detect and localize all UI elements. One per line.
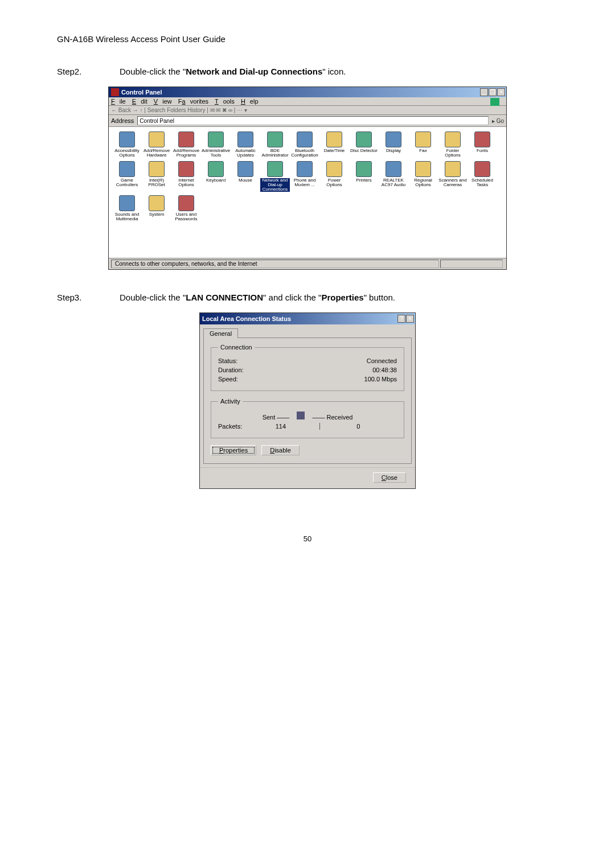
menu-tools[interactable]: Tools bbox=[215, 98, 235, 105]
cp-icon bbox=[297, 131, 313, 147]
cp-item-disc-detector[interactable]: Disc Detector bbox=[349, 131, 379, 158]
minimize-button[interactable]: _ bbox=[480, 88, 488, 96]
go-button[interactable]: ▸ Go bbox=[492, 118, 504, 124]
menu-view[interactable]: View bbox=[154, 98, 172, 105]
cp-icon bbox=[178, 161, 194, 177]
cp-item-accessibility-options[interactable]: Accessibility Options bbox=[112, 131, 142, 158]
help-button[interactable]: ? bbox=[397, 315, 405, 323]
cp-icon bbox=[415, 161, 431, 177]
cp-item-keyboard[interactable]: Keyboard bbox=[201, 161, 231, 192]
cp-item-administrative-tools[interactable]: Administrative Tools bbox=[201, 131, 231, 158]
menu-file[interactable]: FFileile bbox=[111, 98, 126, 105]
tab-strip: General bbox=[200, 324, 415, 338]
window-title: Control Panel bbox=[121, 89, 162, 96]
cp-label: Regional Options bbox=[408, 178, 438, 187]
dialog-footer: Close bbox=[200, 467, 415, 488]
cp-item-bluetooth-configuration[interactable]: Bluetooth Configuration bbox=[290, 131, 319, 158]
cp-item-printers[interactable]: Printers bbox=[349, 161, 379, 192]
control-panel-icon bbox=[111, 88, 119, 96]
status-label: Status: bbox=[218, 357, 237, 364]
cp-item-system[interactable]: System bbox=[142, 195, 171, 221]
status-right bbox=[440, 260, 503, 268]
cp-item-scanners-and-cameras[interactable]: Scanners and Cameras bbox=[438, 161, 468, 192]
status-bar: Connects to other computers, networks, a… bbox=[109, 258, 506, 269]
cp-label: Phone and Modem ... bbox=[290, 178, 319, 187]
close-dialog-button[interactable]: Close bbox=[373, 472, 406, 483]
menu-help[interactable]: Help bbox=[241, 98, 259, 105]
tab-general[interactable]: General bbox=[203, 328, 238, 338]
cp-icon bbox=[445, 131, 461, 147]
menu-edit[interactable]: Edit bbox=[132, 98, 147, 105]
cp-icon bbox=[356, 131, 372, 147]
cp-item-bde-administrator[interactable]: BDE Administrator bbox=[260, 131, 290, 158]
titlebar[interactable]: Control Panel _ ❐ × bbox=[109, 87, 506, 97]
cp-item-date-time[interactable]: Date/Time bbox=[319, 131, 349, 158]
maximize-button[interactable]: ❐ bbox=[489, 88, 497, 96]
cp-icon bbox=[208, 161, 224, 177]
cp-item-fax[interactable]: Fax bbox=[408, 131, 438, 158]
speed-value: 100.0 Mbps bbox=[364, 376, 397, 382]
packets-sent: 114 bbox=[242, 423, 319, 430]
menu-bar[interactable]: FFileile Edit View Favorites Tools Help bbox=[109, 97, 506, 106]
cp-item-game-controllers[interactable]: Game Controllers bbox=[112, 161, 142, 192]
disable-button[interactable]: Disable bbox=[261, 445, 300, 455]
properties-button[interactable]: PPropertiesroperties bbox=[211, 445, 256, 455]
cp-item-scheduled-tasks[interactable]: Scheduled Tasks bbox=[468, 161, 497, 192]
step2-post: " icon. bbox=[322, 67, 346, 76]
menu-favorites[interactable]: Favorites bbox=[178, 98, 208, 105]
cp-icon bbox=[356, 161, 372, 177]
cp-item-intel-r-proset[interactable]: Intel(R) PROSet bbox=[142, 161, 171, 192]
cp-icon bbox=[178, 131, 194, 147]
cp-item-add-remove-hardware[interactable]: Add/Remove Hardware bbox=[142, 131, 171, 158]
cp-label: Scheduled Tasks bbox=[468, 178, 497, 187]
activity-legend: Activity bbox=[218, 398, 243, 405]
close-button[interactable]: × bbox=[497, 88, 505, 96]
cp-item-internet-options[interactable]: Internet Options bbox=[171, 161, 201, 192]
cp-item-display[interactable]: Display bbox=[379, 131, 408, 158]
dialog-titlebar[interactable]: Local Area Connection Status ? × bbox=[200, 313, 415, 324]
cp-item-users-and-passwords[interactable]: Users and Passwords bbox=[171, 195, 201, 221]
cp-icon bbox=[119, 161, 135, 177]
cp-item-folder-options[interactable]: Folder Options bbox=[438, 131, 468, 158]
cp-label: REALTEK AC97 Audio bbox=[379, 178, 408, 187]
cp-item-mouse[interactable]: Mouse bbox=[231, 161, 260, 192]
cp-item-regional-options[interactable]: Regional Options bbox=[408, 161, 438, 192]
cp-item-automatic-updates[interactable]: Automatic Updates bbox=[231, 131, 260, 158]
cp-item-realtek-ac97-audio[interactable]: REALTEK AC97 Audio bbox=[379, 161, 408, 192]
duration-value: 00:48:38 bbox=[372, 367, 397, 373]
dialog-close-button[interactable]: × bbox=[406, 315, 414, 323]
address-input[interactable] bbox=[137, 116, 489, 125]
cp-label: Power Options bbox=[319, 178, 349, 187]
cp-icon bbox=[474, 131, 490, 147]
duration-label: Duration: bbox=[218, 367, 244, 373]
cp-label: Folder Options bbox=[438, 149, 468, 158]
icon-area[interactable]: Accessibility OptionsAdd/Remove Hardware… bbox=[109, 127, 506, 258]
cp-item-sounds-and-multimedia[interactable]: Sounds and Multimedia bbox=[112, 195, 142, 221]
cp-item-phone-and-modem[interactable]: Phone and Modem ... bbox=[290, 161, 319, 192]
step3-text: Double-click the "LAN CONNECTION" and cl… bbox=[120, 293, 558, 302]
cp-icon bbox=[267, 131, 283, 147]
network-activity-icon bbox=[297, 412, 305, 419]
cp-icon bbox=[267, 161, 283, 177]
cp-item-power-options[interactable]: Power Options bbox=[319, 161, 349, 192]
cp-label: Fax bbox=[408, 149, 438, 153]
step2-pre: Double-click the " bbox=[120, 67, 186, 76]
cp-item-network-and-dial-up-connections[interactable]: Network and Dial-up Connections bbox=[260, 161, 290, 192]
packets-received: 0 bbox=[319, 423, 397, 430]
cp-label: System bbox=[142, 212, 171, 217]
step3-post: " button. bbox=[364, 293, 395, 302]
cp-icon bbox=[297, 161, 313, 177]
packets-label: Packets: bbox=[218, 423, 242, 430]
cp-label: Administrative Tools bbox=[201, 149, 231, 158]
page-number: 50 bbox=[57, 534, 558, 543]
toolbar[interactable]: ← Back → ↑ | Search Folders History | ✉ … bbox=[109, 106, 506, 115]
cp-label: Users and Passwords bbox=[171, 212, 201, 221]
cp-label: Internet Options bbox=[171, 178, 201, 187]
cp-icon bbox=[149, 161, 165, 177]
cp-item-fonts[interactable]: Fonts bbox=[468, 131, 497, 158]
status-value: Connected bbox=[367, 357, 397, 364]
cp-label: Sounds and Multimedia bbox=[112, 212, 142, 221]
cp-item-add-remove-programs[interactable]: Add/Remove Programs bbox=[171, 131, 201, 158]
cp-icon bbox=[237, 131, 253, 147]
control-panel-window: Control Panel _ ❐ × FFileile Edit View F… bbox=[108, 87, 507, 270]
